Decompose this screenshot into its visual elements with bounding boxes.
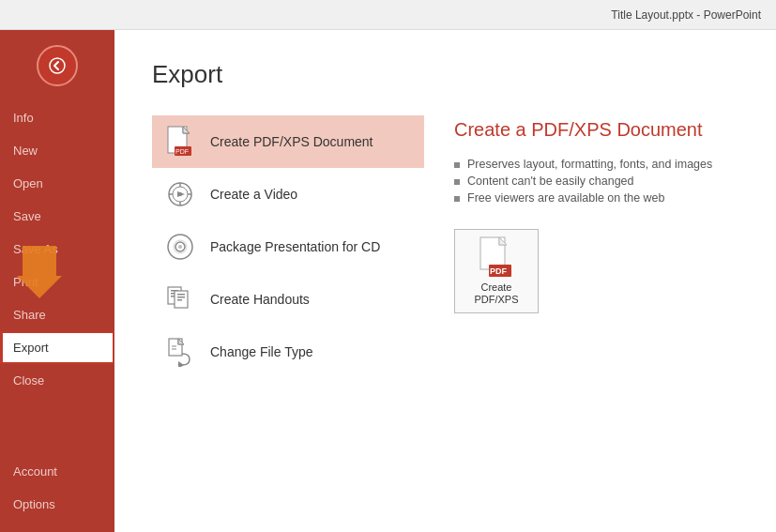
- export-item-label: Change File Type: [210, 344, 312, 359]
- sidebar-item-export[interactable]: Export: [0, 331, 114, 364]
- cd-icon: [165, 232, 195, 262]
- file-type-icon: [165, 337, 195, 367]
- export-item-create-pdf[interactable]: PDF Create PDF/XPS Document: [152, 115, 424, 168]
- export-item-label: Create a Video: [210, 187, 297, 202]
- pdf-icon: PDF: [165, 127, 195, 157]
- detail-title: Create a PDF/XPS Document: [454, 119, 738, 141]
- main-container: Info New Open Save Save As Print Share E…: [0, 30, 776, 532]
- back-button[interactable]: [37, 45, 78, 86]
- sidebar-bottom: Account Options: [0, 455, 114, 532]
- title-bar-text: Title Layout.pptx - PowerPoint: [611, 8, 761, 22]
- sidebar-item-save[interactable]: Save: [0, 200, 114, 233]
- title-bar: Title Layout.pptx - PowerPoint: [0, 0, 776, 30]
- arrow-indicator: [17, 246, 62, 307]
- svg-point-0: [50, 58, 65, 73]
- create-pdf-button[interactable]: PDF Create PDF/XPS: [454, 229, 539, 313]
- video-icon: [165, 179, 195, 209]
- export-item-create-handouts[interactable]: Create Handouts: [152, 273, 424, 326]
- svg-rect-22: [177, 294, 185, 296]
- bullet-icon: [454, 196, 460, 202]
- export-item-change-file-type[interactable]: Change File Type: [152, 326, 424, 378]
- sidebar: Info New Open Save Save As Print Share E…: [0, 30, 114, 532]
- bullet-item-2: Content can't be easily changed: [454, 173, 738, 190]
- export-item-label: Create PDF/XPS Document: [210, 134, 373, 149]
- export-detail: Create a PDF/XPS Document Preserves layo…: [454, 115, 738, 378]
- bullet-item-1: Preserves layout, formatting, fonts, and…: [454, 156, 738, 173]
- export-list: PDF Create PDF/XPS Document: [152, 115, 424, 378]
- export-item-label: Package Presentation for CD: [210, 239, 380, 254]
- page-title: Export: [152, 60, 738, 89]
- pdf-button-label: Create PDF/XPS: [474, 281, 518, 306]
- sidebar-spacer: [0, 397, 114, 455]
- bullet-icon: [454, 179, 460, 185]
- sidebar-item-new[interactable]: New: [0, 134, 114, 167]
- sidebar-item-options[interactable]: Options: [0, 488, 114, 521]
- content-area: Export PDF Create PDF/XPS Doc: [114, 30, 776, 532]
- handouts-icon: [165, 284, 195, 314]
- sidebar-item-account[interactable]: Account: [0, 455, 114, 488]
- export-item-package-cd[interactable]: Package Presentation for CD: [152, 220, 424, 273]
- pdf-doc-icon: PDF: [479, 236, 513, 278]
- sidebar-item-info[interactable]: Info: [0, 101, 114, 134]
- export-item-create-video[interactable]: Create a Video: [152, 168, 424, 220]
- svg-text:PDF: PDF: [175, 148, 189, 155]
- svg-text:PDF: PDF: [490, 266, 508, 276]
- svg-marker-27: [178, 361, 184, 367]
- bullet-icon: [454, 162, 460, 168]
- svg-marker-1: [17, 246, 62, 298]
- svg-rect-24: [177, 299, 182, 301]
- sidebar-item-close[interactable]: Close: [0, 364, 114, 397]
- sidebar-item-open[interactable]: Open: [0, 167, 114, 200]
- export-layout: PDF Create PDF/XPS Document: [152, 115, 738, 378]
- svg-point-15: [178, 245, 182, 249]
- svg-rect-23: [177, 296, 185, 298]
- export-item-label: Create Handouts: [210, 292, 310, 307]
- bullet-item-3: Free viewers are available on the web: [454, 190, 738, 206]
- detail-bullets: Preserves layout, formatting, fonts, and…: [454, 156, 738, 206]
